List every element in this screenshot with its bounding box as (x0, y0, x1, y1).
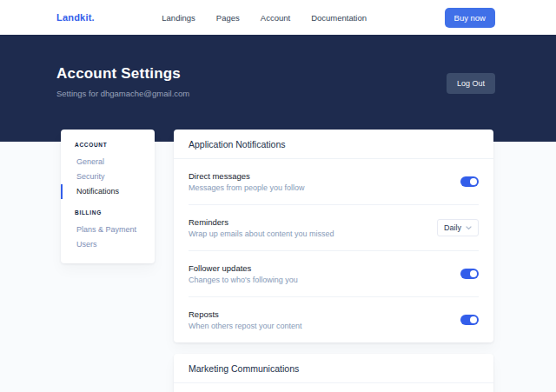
setting-title: Direct messages (189, 171, 305, 181)
buy-now-button[interactable]: Buy now (445, 8, 495, 28)
settings-sidebar: Account General Security Notifications B… (61, 130, 155, 263)
content-area: Account General Security Notifications B… (61, 130, 493, 392)
logout-button[interactable]: Log Out (447, 73, 495, 94)
sidebar-section-account: Account General Security Notifications (61, 142, 155, 199)
setting-subtitle: Wrap up emails about content you missed (189, 229, 334, 238)
toggle-knob (470, 270, 477, 277)
nav-link-landings[interactable]: Landings (162, 13, 195, 23)
reposts-toggle[interactable] (460, 315, 479, 325)
nav-link-pages[interactable]: Pages (216, 13, 240, 23)
sidebar-item-security[interactable]: Security (61, 169, 155, 184)
setting-subtitle: Changes to who's following you (189, 276, 298, 284)
setting-row-reminders: Reminders Wrap up emails about content y… (189, 205, 479, 251)
sidebar-item-notifications[interactable]: Notifications (61, 184, 155, 199)
marketing-communications-card: Marketing Communications (174, 354, 493, 392)
sidebar-item-general[interactable]: General (61, 155, 155, 169)
direct-messages-toggle[interactable] (460, 176, 479, 187)
page-title: Account Settings (56, 65, 189, 83)
application-notifications-card: Application Notifications Direct message… (174, 130, 493, 342)
select-value: Daily (444, 223, 461, 232)
sidebar-item-plans-payment[interactable]: Plans & Payment (61, 223, 155, 237)
sidebar-item-users[interactable]: Users (61, 237, 155, 252)
setting-row-follower-updates: Follower updates Changes to who's follow… (189, 251, 479, 297)
application-notifications-title: Application Notifications (174, 130, 493, 159)
toggle-knob (470, 316, 477, 323)
setting-title: Reminders (189, 217, 334, 227)
setting-row-reposts: Reposts When others repost your content (189, 297, 479, 342)
nav-links: Landings Pages Account Documentation (162, 13, 367, 23)
setting-row-direct-messages: Direct messages Messages from people you… (189, 159, 479, 205)
nav-link-account[interactable]: Account (261, 13, 290, 23)
main-column: Application Notifications Direct message… (174, 130, 493, 392)
sidebar-header-account: Account (61, 142, 155, 148)
follower-updates-toggle[interactable] (460, 269, 479, 279)
setting-text: Direct messages Messages from people you… (189, 171, 305, 192)
reminders-frequency-select[interactable]: Daily (437, 219, 479, 236)
nav-link-documentation[interactable]: Documentation (311, 13, 367, 23)
sidebar-section-billing: Billing Plans & Payment Users (61, 209, 155, 252)
hero-text: Account Settings Settings for dhgamache@… (56, 65, 189, 98)
navbar: Landkit. Landings Pages Account Document… (0, 0, 556, 35)
chevron-down-icon (466, 226, 472, 230)
setting-subtitle: Messages from people you follow (189, 183, 305, 192)
setting-title: Follower updates (189, 263, 298, 273)
toggle-knob (470, 178, 477, 185)
sidebar-header-billing: Billing (61, 209, 155, 216)
setting-text: Follower updates Changes to who's follow… (189, 263, 298, 284)
hero: Account Settings Settings for dhgamache@… (0, 35, 556, 142)
setting-title: Reposts (189, 309, 302, 319)
setting-subtitle: When others repost your content (189, 322, 302, 330)
setting-text: Reminders Wrap up emails about content y… (189, 217, 334, 238)
setting-text: Reposts When others repost your content (189, 309, 302, 330)
marketing-communications-title: Marketing Communications (174, 354, 493, 383)
page-subtitle: Settings for dhgamache@gmail.com (56, 89, 189, 98)
logo[interactable]: Landkit. (56, 12, 95, 23)
